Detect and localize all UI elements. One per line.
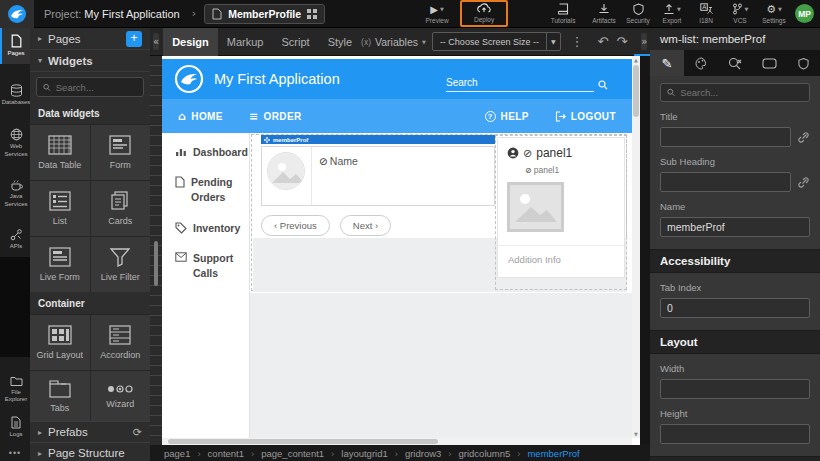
design-canvas[interactable]: My First Application Search ⌂ HOME ≡	[162, 56, 640, 445]
rail-item-web-services[interactable]: Web Services	[0, 122, 30, 164]
security-button[interactable]: Security	[621, 3, 655, 24]
nav-home[interactable]: ⌂ HOME	[178, 110, 223, 123]
variables-menu[interactable]: (x) Variables ▼	[361, 36, 426, 48]
settings-button[interactable]: ⚙ ▼ Settings	[757, 4, 791, 24]
page-structure-accordion-header[interactable]: ▸ Page Structure	[30, 442, 150, 461]
menu-item-support-calls[interactable]: Support Calls	[175, 251, 249, 281]
collapse-left-panel-button[interactable]: «	[153, 33, 159, 50]
scrollbar-thumb[interactable]	[168, 439, 438, 444]
tab-events[interactable]	[718, 50, 752, 76]
app-header[interactable]: My First Application Search	[162, 59, 632, 99]
widget-tile-list[interactable]: List	[30, 181, 90, 236]
artifacts-button[interactable]: Artifacts	[587, 3, 621, 24]
widget-tile-live-filter[interactable]: Live Filter	[91, 237, 151, 292]
item-name-label[interactable]: ⊘ Name	[319, 155, 358, 167]
i18n-button[interactable]: A I18N	[689, 3, 723, 24]
app-search[interactable]: Search	[446, 77, 608, 92]
canvas-vertical-scrollbar-thumb[interactable]	[154, 241, 158, 286]
bind-link-icon[interactable]	[797, 176, 810, 189]
rail-item-pages[interactable]: Pages	[0, 28, 30, 64]
tab-styles[interactable]	[684, 50, 718, 76]
tab-properties[interactable]: ✎	[650, 50, 684, 76]
scroll-down-arrow[interactable]: ▼	[632, 430, 640, 438]
nav-help[interactable]: ? HELP	[485, 111, 529, 122]
rail-overflow-menu[interactable]: •••	[0, 444, 30, 461]
breadcrumb-item-active[interactable]: memberProf	[527, 448, 579, 459]
chevron-down-icon[interactable]: ▼	[778, 6, 782, 12]
rail-item-apis[interactable]: APIs	[0, 222, 30, 257]
panel1-widget[interactable]: ⊘ panel1 ⊘ panel1	[495, 135, 627, 290]
memberprof-list-widget[interactable]: memberProf	[251, 134, 627, 291]
previous-button[interactable]: ‹ Previous	[261, 215, 330, 236]
widget-tile-cards[interactable]: Cards	[91, 181, 151, 236]
tab-index-input[interactable]	[660, 298, 810, 318]
export-button[interactable]: ▼ Export	[655, 3, 689, 24]
chevron-down-icon[interactable]: ▼	[745, 6, 749, 12]
canvas-horizontal-scrollbar[interactable]	[162, 438, 632, 445]
subheading-input[interactable]	[660, 172, 791, 192]
properties-search[interactable]	[660, 83, 810, 102]
tab-design[interactable]: Design	[163, 28, 218, 56]
breadcrumb-item[interactable]: content1	[208, 448, 262, 459]
list-widget-title-bar[interactable]: memberProf	[261, 135, 495, 144]
rail-item-file-explorer[interactable]: File Explorer	[0, 369, 30, 410]
widgets-accordion-header[interactable]: ▾ Widgets	[30, 50, 150, 72]
grid-view-icon[interactable]	[307, 9, 317, 19]
widget-search[interactable]	[36, 77, 144, 97]
canvas-vertical-scrollbar[interactable]: ▲ ▼	[632, 56, 640, 438]
widget-tile-live-form[interactable]: Live Form	[30, 237, 90, 292]
panel1-header[interactable]: ⊘ panel1	[507, 146, 572, 160]
prefabs-accordion-header[interactable]: ▸ Prefabs ⟳	[30, 421, 150, 442]
tab-security[interactable]	[786, 50, 820, 76]
widget-tile-data-table[interactable]: Data Table	[30, 125, 90, 180]
panel1-image-placeholder[interactable]	[507, 182, 564, 232]
height-input[interactable]	[660, 424, 810, 444]
rail-item-logs[interactable]: Logs	[0, 410, 30, 445]
widget-search-input[interactable]	[56, 82, 137, 93]
scrollbar-thumb[interactable]	[633, 65, 639, 117]
breadcrumb-item[interactable]: page1	[164, 448, 208, 459]
tab-style[interactable]: Style	[319, 28, 361, 56]
redo-icon[interactable]: ↷	[612, 34, 631, 49]
tab-device[interactable]	[752, 50, 786, 76]
add-page-button[interactable]: +	[126, 31, 142, 47]
title-input[interactable]	[660, 127, 791, 147]
chevron-down-icon[interactable]: ▼	[677, 6, 681, 12]
breadcrumb-item[interactable]: gridcolumn5	[459, 448, 528, 459]
breadcrumb-item[interactable]: page_content1	[261, 448, 341, 459]
scroll-up-arrow[interactable]: ▲	[632, 56, 640, 64]
screen-size-select[interactable]: -- Choose Screen Size -- ▼	[432, 32, 561, 51]
widget-tile-wizard[interactable]: Wizard	[91, 371, 151, 421]
widget-tile-accordion[interactable]: Accordion	[91, 315, 151, 370]
refresh-icon[interactable]: ⟳	[133, 426, 142, 439]
widget-tile-tabs[interactable]: Tabs	[30, 371, 90, 421]
list-item[interactable]: ⊘ Name	[261, 146, 495, 206]
tutorials-button[interactable]: Tutorials	[546, 3, 580, 24]
name-input[interactable]	[660, 217, 810, 237]
pages-accordion-header[interactable]: ▸ Pages +	[30, 28, 150, 50]
move-icon[interactable]	[264, 137, 270, 143]
rail-item-java-services[interactable]: Java Services	[0, 172, 30, 214]
menu-item-pending-orders[interactable]: Pending Orders	[175, 175, 249, 205]
nav-logout[interactable]: LOGOUT	[555, 111, 616, 122]
tab-script[interactable]: Script	[273, 28, 319, 56]
bind-link-icon[interactable]	[797, 131, 810, 144]
breadcrumb-item[interactable]: layoutgrid1	[341, 448, 405, 459]
width-input[interactable]	[660, 379, 810, 399]
vcs-button[interactable]: ▼ VCS	[723, 3, 757, 24]
deploy-button[interactable]: Deploy	[467, 3, 501, 23]
chevron-down-icon[interactable]: ▼	[440, 6, 444, 12]
nav-order[interactable]: ≡ ORDER	[249, 110, 302, 123]
tab-markup[interactable]: Markup	[218, 28, 273, 56]
panel1-subheader[interactable]: ⊘ panel1	[525, 165, 559, 175]
properties-search-input[interactable]	[680, 87, 803, 98]
widget-tile-grid-layout[interactable]: Grid Layout	[30, 315, 90, 370]
wavemaker-logo[interactable]	[0, 0, 34, 28]
kebab-menu-icon[interactable]: ⋮	[567, 34, 588, 49]
widget-tile-form[interactable]: Form	[91, 125, 151, 180]
menu-item-inventory[interactable]: Inventory	[175, 221, 249, 236]
search-icon[interactable]	[598, 80, 608, 90]
breadcrumb-item[interactable]: gridrow3	[405, 448, 459, 459]
menu-item-dashboard[interactable]: Dashboard	[175, 145, 249, 160]
collapse-right-panel-button[interactable]: »	[641, 33, 647, 50]
